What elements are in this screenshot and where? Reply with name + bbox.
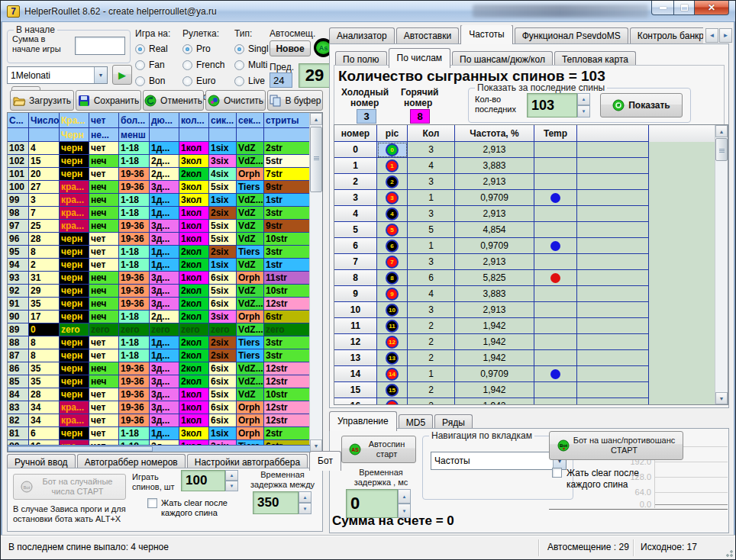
checkbox-icon[interactable]	[552, 468, 562, 478]
freq-pic-cell[interactable]: 5	[377, 222, 408, 238]
radio-circle-icon[interactable]	[182, 76, 192, 86]
radio-Real[interactable]: Real	[135, 43, 170, 54]
spin-up-button[interactable]: ▲	[398, 489, 411, 504]
history-scrollbar[interactable]: ▲ ▼	[309, 113, 322, 452]
freq-pic-cell[interactable]: 3	[377, 190, 408, 206]
radio-Euro[interactable]: Euro	[182, 76, 227, 86]
radio-Singl[interactable]: Singl	[234, 43, 269, 54]
scrollbar-thumb[interactable]	[715, 138, 728, 161]
spin-up-button[interactable]: ▲	[225, 470, 238, 481]
radio-circle-icon[interactable]	[135, 76, 145, 86]
scroll-up-button[interactable]: ▲	[715, 125, 728, 137]
radio-Live[interactable]: Live	[234, 76, 269, 86]
history-cell: VdZ...	[237, 375, 264, 388]
freq-pic-cell[interactable]: 0	[377, 142, 408, 158]
tab-Контроль банкролла[interactable]: Контроль банкролла	[630, 27, 703, 44]
history-cell: zero	[89, 323, 119, 336]
scrollbar-thumb[interactable]	[310, 127, 322, 192]
start-sum-input[interactable]	[75, 37, 125, 55]
chance-bot-start-button[interactable]: Bot Бот на шанс/противошанс СТАРТ	[549, 431, 683, 460]
freq-pic-cell[interactable]: 16	[377, 398, 408, 405]
tab-scroll-right-button[interactable]: ►	[719, 28, 732, 43]
tab-Бот[interactable]: Бот	[309, 451, 341, 471]
freq-temp-cell	[534, 222, 577, 238]
scroll-down-button[interactable]: ▼	[715, 392, 728, 404]
history-cell: 34	[29, 414, 60, 427]
freq-row: 3310,9709	[334, 190, 728, 206]
close-button[interactable]: ✕	[694, 1, 729, 15]
save-button[interactable]: Сохранить	[76, 90, 141, 111]
radio-Multi[interactable]: Multi	[234, 60, 269, 70]
history-row: 10215черннеч1-182д...3кол3sixVdZ...5str	[8, 155, 310, 168]
radio-circle-icon[interactable]	[234, 76, 244, 86]
spin-up-button[interactable]: ▲	[577, 93, 590, 105]
load-button[interactable]: Загрузить	[10, 90, 74, 111]
radio-Bon[interactable]: Bon	[135, 76, 170, 86]
radio-circle-icon[interactable]	[135, 60, 145, 70]
start-group-title: В начале	[14, 24, 57, 35]
freq-pic-cell[interactable]: 13	[377, 350, 408, 366]
freq-scrollbar[interactable]: ▲ ▼	[715, 125, 728, 404]
tab-Анализатор[interactable]: Анализатор	[329, 27, 395, 44]
last-spins-value[interactable]: 103	[527, 93, 577, 117]
freq-pic-cell[interactable]: 1	[377, 158, 408, 174]
freq-pic-cell[interactable]: 11	[377, 318, 408, 334]
freq-temp-cell	[534, 174, 577, 190]
freq-pic-cell[interactable]: 14	[377, 366, 408, 382]
spin-delay-spinner[interactable]: 350 ▲▼	[253, 491, 312, 514]
freq-pic-cell[interactable]: 15	[377, 382, 408, 398]
play-button[interactable]: ▶	[112, 65, 132, 85]
autoshift-new-button[interactable]: Новое	[270, 40, 311, 56]
freq-pic-cell[interactable]: 8	[377, 270, 408, 286]
copy-to-buffer-button[interactable]: В буфер	[267, 90, 323, 111]
spin-down-button[interactable]: ▼	[299, 503, 312, 514]
combo-dropdown-button[interactable]: ▼	[94, 67, 107, 83]
spins-count-value[interactable]: 100	[181, 470, 225, 491]
last-spins-spinner[interactable]: 103 ▲▼	[527, 93, 590, 117]
radio-circle-icon[interactable]	[234, 60, 244, 70]
spins-count-spinner[interactable]: 100 ▲▼	[181, 470, 238, 491]
profile-combobox[interactable]: 1Melonati ▼	[7, 66, 108, 84]
spin-down-button[interactable]: ▼	[225, 481, 238, 491]
radio-French[interactable]: French	[182, 60, 227, 70]
tab-scroll-left-button[interactable]: ◄	[705, 28, 718, 43]
history-cell: 1д...	[150, 427, 179, 440]
tab-Функционал PsevdoMS[interactable]: Функционал PsevdoMS	[515, 27, 628, 44]
clear-button[interactable]: Очистить	[205, 90, 266, 111]
tab-Автоставки[interactable]: Автоставки	[396, 27, 460, 44]
maximize-button[interactable]	[673, 1, 695, 15]
resize-grip[interactable]	[724, 548, 733, 557]
freq-value-cell: 1	[408, 190, 455, 206]
clear-after-spin-label: Жать clear после каждого спина	[161, 498, 239, 518]
radio-circle-icon[interactable]	[135, 44, 145, 54]
tab-nav-combobox[interactable]: Частоты ▼	[431, 452, 567, 470]
autospin-start-button[interactable]: AS Автоспин старт	[341, 436, 416, 463]
radio-circle-icon[interactable]	[182, 60, 192, 70]
show-button[interactable]: Показать	[600, 93, 683, 117]
freq-pic-cell[interactable]: 9	[377, 286, 408, 302]
freq-pic-cell[interactable]: 4	[377, 206, 408, 222]
freq-pic-cell[interactable]: 6	[377, 238, 408, 254]
radio-circle-icon[interactable]	[182, 44, 192, 54]
undo-button[interactable]: Отменить	[143, 90, 204, 111]
tab-Частоты[interactable]: Частоты	[460, 25, 513, 44]
radio-Fan[interactable]: Fan	[135, 60, 170, 70]
scroll-up-button[interactable]: ▲	[310, 113, 322, 125]
spin-down-button[interactable]: ▼	[577, 105, 590, 117]
tab-Управление[interactable]: Управление	[329, 411, 397, 431]
random-bot-start-button[interactable]: Bot Бот на случайные числа СТАРТ	[13, 474, 126, 500]
freq-value-cell: 2	[408, 318, 455, 334]
spin-delay-value[interactable]: 350	[253, 491, 299, 514]
checkbox-icon[interactable]	[147, 498, 157, 508]
clear-after-spin-checkbox[interactable]: Жать clear после каждого спина	[147, 498, 239, 518]
minimize-button[interactable]	[651, 1, 674, 15]
freq-pic-cell[interactable]: 7	[377, 254, 408, 270]
freq-pic-cell[interactable]: 10	[377, 302, 408, 318]
radio-Pro[interactable]: Pro	[182, 43, 227, 54]
freq-pic-cell[interactable]: 12	[377, 334, 408, 350]
tab-По числам[interactable]: По числам	[389, 48, 451, 68]
radio-circle-icon[interactable]	[234, 44, 244, 54]
freq-pic-cell[interactable]: 2	[377, 174, 408, 190]
scroll-down-button[interactable]: ▼	[310, 439, 322, 452]
spin-up-button[interactable]: ▲	[299, 491, 312, 503]
